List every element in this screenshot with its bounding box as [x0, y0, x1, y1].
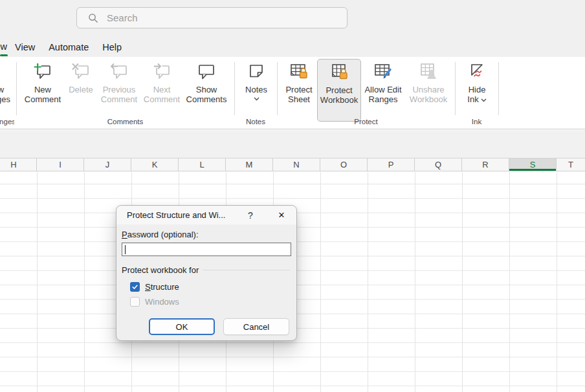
show-comments-icon — [196, 61, 217, 82]
column-header-j[interactable]: J — [84, 158, 131, 171]
new-comment-button[interactable]: New Comment — [23, 61, 62, 104]
group-separator — [498, 62, 499, 115]
group-separator — [277, 62, 278, 115]
previous-comment-icon — [109, 61, 129, 82]
title-bar: Search Review View Automate Help — [0, 0, 585, 57]
text-cursor — [125, 245, 126, 254]
column-header-i[interactable]: I — [37, 158, 84, 171]
column-header-k[interactable]: K — [131, 158, 179, 171]
column-header-r[interactable]: R — [462, 158, 509, 171]
active-tab-underline — [0, 54, 8, 56]
protect-workbook-for-group: Protect workbook for — [122, 265, 291, 275]
password-label: Password (optional): — [122, 230, 199, 239]
formula-bar-area — [0, 130, 585, 158]
protect-group-label: Protect — [277, 118, 455, 125]
column-header-m[interactable]: M — [226, 158, 273, 171]
dialog-buttons: OK Cancel — [122, 318, 291, 335]
protect-workbook-button[interactable]: Protect Workbook — [317, 59, 361, 122]
next-comment-icon — [151, 61, 172, 82]
column-header-l[interactable]: L — [179, 158, 226, 171]
group-box-line — [203, 270, 290, 270]
group-box-label: Protect workbook for — [122, 265, 199, 275]
tab-view[interactable]: View — [15, 42, 35, 52]
dialog-title-bar: Protect Structure and Wi... ? ✕ — [116, 206, 296, 224]
help-icon[interactable]: ? — [243, 210, 258, 221]
structure-checkbox-row: Structure — [130, 282, 291, 292]
protect-sheet-icon — [289, 61, 309, 82]
comments-group-label: Comments — [16, 118, 234, 125]
show-changes-icon — [0, 61, 3, 82]
allow-edit-ranges-icon — [373, 61, 393, 82]
unshare-workbook-button[interactable]: Unshare Workbook — [406, 61, 450, 104]
column-header-n[interactable]: N — [273, 158, 320, 171]
group-separator — [455, 62, 456, 115]
column-header-t[interactable]: T — [557, 158, 585, 171]
protect-structure-dialog: Protect Structure and Wi... ? ✕ Password… — [116, 205, 297, 341]
tab-review-active-clipped[interactable]: Review — [0, 38, 9, 57]
column-header-s-selected[interactable]: S — [509, 158, 557, 171]
show-comments-button[interactable]: Show Comments — [183, 61, 230, 104]
search-icon — [88, 13, 98, 23]
checkmark-icon — [131, 283, 138, 290]
hide-ink-icon — [467, 61, 487, 82]
hide-ink-button[interactable]: Hide Ink — [463, 61, 491, 104]
protect-workbook-icon — [329, 61, 349, 82]
group-separator — [16, 62, 17, 115]
excel-window: Search Review View Automate Help — [0, 0, 585, 392]
chevron-down-icon — [254, 97, 259, 101]
windows-checkbox-row: Windows — [130, 297, 291, 307]
column-header-row: H I J K L M N O P Q R S T — [0, 158, 585, 171]
ok-button[interactable]: OK — [149, 318, 215, 335]
windows-checkbox[interactable] — [130, 297, 140, 307]
dialog-body: Password (optional): Protect workbook fo… — [116, 224, 296, 335]
search-placeholder: Search — [107, 12, 138, 23]
cancel-button[interactable]: Cancel — [223, 318, 289, 335]
notes-group-label: Notes — [234, 118, 277, 125]
close-icon[interactable]: ✕ — [274, 210, 289, 220]
search-input[interactable]: Search — [76, 7, 348, 28]
structure-checkbox-label[interactable]: Structure — [145, 282, 179, 292]
unshare-workbook-icon — [418, 61, 439, 82]
structure-checkbox[interactable] — [130, 282, 140, 292]
password-input[interactable] — [122, 243, 291, 256]
changes-group-label: Changes — [0, 118, 14, 125]
column-header-h[interactable]: H — [0, 158, 37, 171]
dialog-title: Protect Structure and Wi... — [127, 210, 243, 220]
show-changes-button-clipped[interactable]: Show Changes — [0, 61, 13, 104]
protect-sheet-button[interactable]: Protect Sheet — [282, 61, 316, 104]
group-separator — [234, 62, 235, 115]
tab-automate[interactable]: Automate — [49, 42, 89, 52]
ink-group-label: Ink — [455, 118, 498, 125]
ribbon: Show Changes Changes New Comment — [0, 57, 585, 129]
allow-edit-ranges-button[interactable]: Allow Edit Ranges — [362, 61, 404, 104]
notes-button[interactable]: Notes — [242, 61, 270, 101]
notes-icon — [247, 61, 266, 82]
new-comment-icon — [32, 61, 53, 82]
tab-help[interactable]: Help — [102, 42, 122, 52]
delete-comment-button[interactable]: Delete — [65, 61, 97, 94]
previous-comment-button[interactable]: Previous Comment — [98, 61, 140, 104]
ribbon-tab-bar: Review View Automate Help — [0, 38, 122, 57]
windows-checkbox-label[interactable]: Windows — [145, 297, 179, 307]
column-header-p[interactable]: P — [368, 158, 415, 171]
delete-comment-icon — [71, 61, 91, 82]
column-header-o[interactable]: O — [320, 158, 368, 171]
column-header-q[interactable]: Q — [415, 158, 462, 171]
next-comment-button[interactable]: Next Comment — [141, 61, 182, 104]
chevron-down-icon — [481, 98, 487, 102]
